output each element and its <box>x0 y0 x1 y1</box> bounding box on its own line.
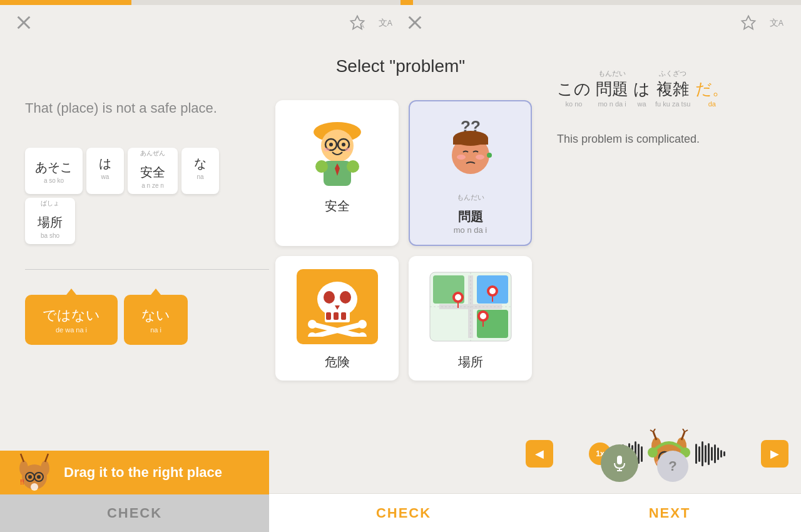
card-kiken[interactable]: 危険 <box>275 256 399 381</box>
next-button[interactable]: NEXT <box>538 493 801 532</box>
microphone-button[interactable] <box>601 444 638 482</box>
svg-rect-38 <box>341 312 346 320</box>
sentence-text: That (place) is not a safe place. <box>13 94 282 123</box>
audio-prev-button[interactable]: ◀ <box>526 440 553 468</box>
svg-point-20 <box>345 148 351 151</box>
svg-point-44 <box>358 332 367 337</box>
svg-line-65 <box>653 429 655 432</box>
jp-sentence: この ko no もんだい 問題 mo n da i は wa ふくざつ 複雑 … <box>551 63 788 114</box>
card-mondai-image: ?? <box>427 111 514 193</box>
svg-point-91 <box>31 483 38 491</box>
card-basho-image <box>427 266 514 347</box>
card-mondai[interactable]: ?? もんだい 問題 mo n da i <box>409 100 532 246</box>
word-mondai: もんだい 問題 mo n da i <box>596 69 628 108</box>
left-panel: That (place) is not a safe place. あそこ a … <box>13 94 282 351</box>
card-kiken-label: 危険 <box>285 354 389 371</box>
hint-icon-mid[interactable]: A <box>346 11 369 34</box>
word-wa: は wa <box>633 78 650 108</box>
svg-point-88 <box>28 475 32 479</box>
word-tile-anzen[interactable]: あんぜん 安全 a n ze n <box>128 148 178 194</box>
card-kiken-image <box>293 266 381 347</box>
card-basho[interactable]: 場所 <box>409 256 532 381</box>
close-left-button[interactable] <box>13 11 35 34</box>
word-tile-wa[interactable]: は wa <box>86 148 124 194</box>
svg-point-43 <box>308 332 317 337</box>
help-button[interactable]: ? <box>657 451 688 482</box>
card-anzen-label: 安全 <box>285 198 389 215</box>
svg-rect-37 <box>334 312 339 320</box>
svg-text:!!: !! <box>20 479 24 486</box>
help-icon: ? <box>668 458 676 474</box>
svg-rect-78 <box>617 456 622 464</box>
wave-bar <box>695 444 697 464</box>
word-fukuzatsu: ふくざつ 複雑 fu ku za tsu <box>655 69 690 108</box>
svg-point-58 <box>489 288 496 294</box>
svg-point-69 <box>648 448 658 458</box>
svg-point-42 <box>358 320 367 329</box>
svg-point-30 <box>476 155 484 160</box>
drag-hint: !! Drag it to the right place <box>0 451 269 494</box>
svg-point-23 <box>347 160 359 173</box>
right-panel: この ko no もんだい 問題 mo n da i は wa ふくざつ 複雑 … <box>551 63 788 152</box>
wave-bar <box>708 443 710 465</box>
wave-bar <box>717 448 719 460</box>
toolbar-mid: A 文A <box>346 11 426 34</box>
card-mondai-furigana: もんだい <box>420 193 521 202</box>
translation-text: This problem is complicated. <box>551 126 788 152</box>
svg-point-34 <box>324 291 335 304</box>
word-tile-basho[interactable]: ばしょ 場所 ba sho <box>25 198 75 244</box>
word-tiles: あそこ a so ko は wa あんぜん 安全 a n ze n な na ば… <box>13 141 282 250</box>
svg-marker-8 <box>742 16 755 29</box>
svg-point-52 <box>455 294 461 300</box>
card-mondai-label: 問題 <box>420 208 521 225</box>
wave-bar <box>723 451 725 456</box>
button-group: ではない de wa na i ない na i <box>13 289 282 351</box>
card-anzen[interactable]: 安全 <box>275 100 399 246</box>
svg-line-68 <box>683 429 685 432</box>
svg-text:文: 文 <box>379 18 387 28</box>
dewanai-button[interactable]: ではない de wa na i <box>25 295 118 345</box>
svg-point-17 <box>329 143 333 146</box>
svg-point-29 <box>457 155 466 160</box>
svg-text:A: A <box>360 23 364 29</box>
close-mid-button[interactable] <box>404 11 426 34</box>
word-tile-asoko[interactable]: あそこ a so ko <box>25 148 83 194</box>
svg-point-18 <box>342 143 345 146</box>
svg-text:A: A <box>778 19 784 28</box>
toolbar: A 文A 文A <box>0 0 801 45</box>
wave-bar <box>711 447 713 461</box>
word-tile-na[interactable]: な na <box>181 148 219 194</box>
image-grid: 安全 ?? <box>269 94 538 387</box>
svg-point-41 <box>308 320 317 329</box>
svg-line-85 <box>45 454 48 462</box>
svg-point-24 <box>315 160 328 173</box>
toolbar-right: 文A <box>737 11 788 34</box>
wave-bar <box>698 446 700 462</box>
mascot-small: !! <box>13 451 56 494</box>
translate-icon-right[interactable]: 文A <box>766 11 788 34</box>
card-mondai-romaji: mo n da i <box>420 225 521 235</box>
audio-next-button[interactable]: ▶ <box>761 440 788 468</box>
check-left-button[interactable]: CHECK <box>0 494 269 532</box>
nai-button[interactable]: ない na i <box>124 295 188 345</box>
svg-rect-28 <box>453 138 488 145</box>
svg-point-35 <box>340 291 351 304</box>
svg-text:文: 文 <box>770 18 778 28</box>
card-anzen-image <box>293 110 381 192</box>
svg-point-55 <box>480 313 486 319</box>
toolbar-left <box>13 11 35 34</box>
wave-bar <box>720 450 722 458</box>
word-da: だ。 da <box>695 78 728 108</box>
svg-line-84 <box>21 454 24 462</box>
hint-icon-right[interactable] <box>737 11 760 34</box>
wave-bar <box>702 441 703 466</box>
svg-point-31 <box>487 153 492 158</box>
drag-hint-text: Drag it to the right place <box>64 464 222 482</box>
check-mid-button[interactable]: CHECK <box>269 493 538 532</box>
wave-bar <box>705 445 707 463</box>
bottom-left: !! Drag it to the right place CHECK <box>0 451 269 532</box>
svg-rect-36 <box>326 312 331 320</box>
translate-icon-mid[interactable]: 文A <box>375 11 397 34</box>
wave-bar <box>714 444 716 463</box>
word-kono: この ko no <box>557 78 591 108</box>
